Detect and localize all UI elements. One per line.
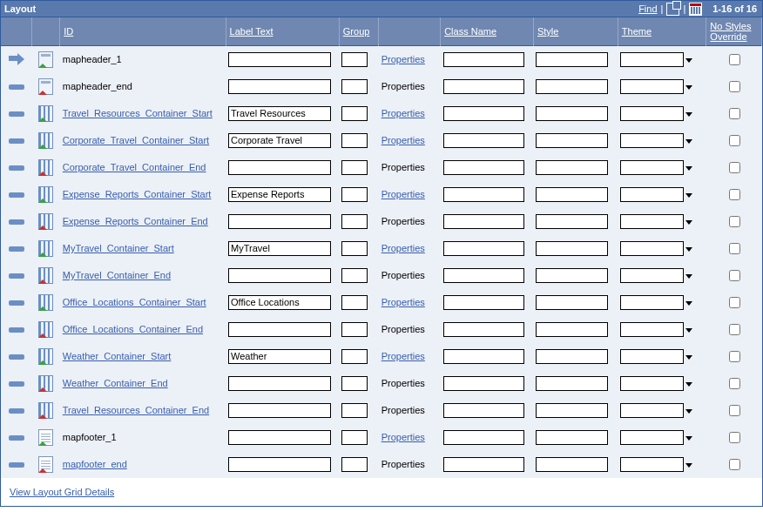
theme-input[interactable] xyxy=(620,187,684,202)
drag-handle-icon[interactable] xyxy=(9,408,24,414)
label-input[interactable] xyxy=(228,322,331,337)
class-input[interactable] xyxy=(443,133,524,148)
dropdown-arrow-icon[interactable] xyxy=(685,58,692,63)
dropdown-arrow-icon[interactable] xyxy=(685,85,692,90)
row-type-icon[interactable] xyxy=(38,51,53,68)
row-type-icon[interactable] xyxy=(38,429,53,446)
group-input[interactable] xyxy=(341,79,368,94)
override-checkbox[interactable] xyxy=(729,378,740,389)
dropdown-arrow-icon[interactable] xyxy=(685,220,692,225)
theme-input[interactable] xyxy=(620,106,684,121)
dropdown-arrow-icon[interactable] xyxy=(685,166,692,171)
class-input[interactable] xyxy=(443,52,524,67)
properties-link[interactable]: Properties xyxy=(382,432,425,442)
class-input[interactable] xyxy=(443,214,524,229)
row-type-icon[interactable] xyxy=(38,294,53,311)
col-override[interactable]: No Styles Override xyxy=(710,21,751,42)
class-input[interactable] xyxy=(443,403,524,418)
dropdown-arrow-icon[interactable] xyxy=(685,139,692,144)
row-id-link[interactable]: Weather_​Container_​Start xyxy=(63,351,172,361)
theme-input[interactable] xyxy=(620,457,684,472)
drag-handle-icon[interactable] xyxy=(9,300,24,306)
style-input[interactable] xyxy=(536,214,608,229)
drag-handle-icon[interactable] xyxy=(9,246,24,252)
label-input[interactable] xyxy=(228,295,331,310)
style-input[interactable] xyxy=(536,187,608,202)
col-class[interactable]: Class Name xyxy=(444,26,496,37)
row-id-link[interactable]: Expense_​Reports_​Container_​End xyxy=(63,216,208,226)
override-checkbox[interactable] xyxy=(729,432,740,443)
group-input[interactable] xyxy=(341,430,368,445)
dropdown-arrow-icon[interactable] xyxy=(685,355,692,360)
drag-handle-icon[interactable] xyxy=(9,192,24,198)
drag-handle-icon[interactable] xyxy=(9,381,24,387)
group-input[interactable] xyxy=(341,268,368,283)
theme-input[interactable] xyxy=(620,214,684,229)
override-checkbox[interactable] xyxy=(729,297,740,308)
row-type-icon[interactable] xyxy=(38,240,53,257)
properties-link[interactable]: Properties xyxy=(382,135,425,145)
row-type-icon[interactable] xyxy=(38,78,53,95)
group-input[interactable] xyxy=(341,403,368,418)
group-input[interactable] xyxy=(341,187,368,202)
style-input[interactable] xyxy=(536,133,608,148)
label-input[interactable] xyxy=(228,376,331,391)
drag-handle-icon[interactable] xyxy=(9,165,24,171)
style-input[interactable] xyxy=(536,52,608,67)
drag-handle-icon[interactable] xyxy=(9,138,24,144)
group-input[interactable] xyxy=(341,106,368,121)
class-input[interactable] xyxy=(443,295,524,310)
grid-icon[interactable] xyxy=(689,3,702,16)
group-input[interactable] xyxy=(341,349,368,364)
override-checkbox[interactable] xyxy=(729,270,740,281)
theme-input[interactable] xyxy=(620,241,684,256)
properties-link[interactable]: Properties xyxy=(382,351,425,361)
override-checkbox[interactable] xyxy=(729,189,740,200)
override-checkbox[interactable] xyxy=(729,135,740,146)
properties-link[interactable]: Properties xyxy=(382,189,425,199)
override-checkbox[interactable] xyxy=(729,351,740,362)
class-input[interactable] xyxy=(443,268,524,283)
dropdown-arrow-icon[interactable] xyxy=(685,247,692,252)
style-input[interactable] xyxy=(536,457,608,472)
style-input[interactable] xyxy=(536,322,608,337)
group-input[interactable] xyxy=(341,52,368,67)
theme-input[interactable] xyxy=(620,160,684,175)
style-input[interactable] xyxy=(536,160,608,175)
style-input[interactable] xyxy=(536,349,608,364)
group-input[interactable] xyxy=(341,295,368,310)
row-id-link[interactable]: MyTravel_​Container_​Start xyxy=(63,243,174,253)
drag-handle-icon[interactable] xyxy=(9,354,24,360)
class-input[interactable] xyxy=(443,322,524,337)
group-input[interactable] xyxy=(341,322,368,337)
label-input[interactable] xyxy=(228,214,331,229)
style-input[interactable] xyxy=(536,241,608,256)
drag-handle-icon[interactable] xyxy=(9,84,24,90)
drag-handle-icon[interactable] xyxy=(9,219,24,225)
theme-input[interactable] xyxy=(620,376,684,391)
style-input[interactable] xyxy=(536,106,608,121)
group-input[interactable] xyxy=(341,376,368,391)
col-style[interactable]: Style xyxy=(537,26,558,37)
override-checkbox[interactable] xyxy=(729,162,740,173)
label-input[interactable] xyxy=(228,241,331,256)
row-type-icon[interactable] xyxy=(38,375,53,392)
style-input[interactable] xyxy=(536,79,608,94)
row-type-icon[interactable] xyxy=(38,402,53,419)
row-id-link[interactable]: Travel_​Resources_​Container_​Start xyxy=(63,108,213,118)
dropdown-arrow-icon[interactable] xyxy=(685,301,692,306)
override-checkbox[interactable] xyxy=(729,405,740,416)
override-checkbox[interactable] xyxy=(729,54,740,65)
class-input[interactable] xyxy=(443,430,524,445)
style-input[interactable] xyxy=(536,403,608,418)
theme-input[interactable] xyxy=(620,79,684,94)
popout-icon[interactable] xyxy=(666,3,679,16)
drag-handle-icon[interactable] xyxy=(9,273,24,279)
class-input[interactable] xyxy=(443,187,524,202)
group-input[interactable] xyxy=(341,241,368,256)
label-input[interactable] xyxy=(228,79,331,94)
label-input[interactable] xyxy=(228,268,331,283)
class-input[interactable] xyxy=(443,376,524,391)
group-input[interactable] xyxy=(341,214,368,229)
row-type-icon[interactable] xyxy=(38,456,53,473)
